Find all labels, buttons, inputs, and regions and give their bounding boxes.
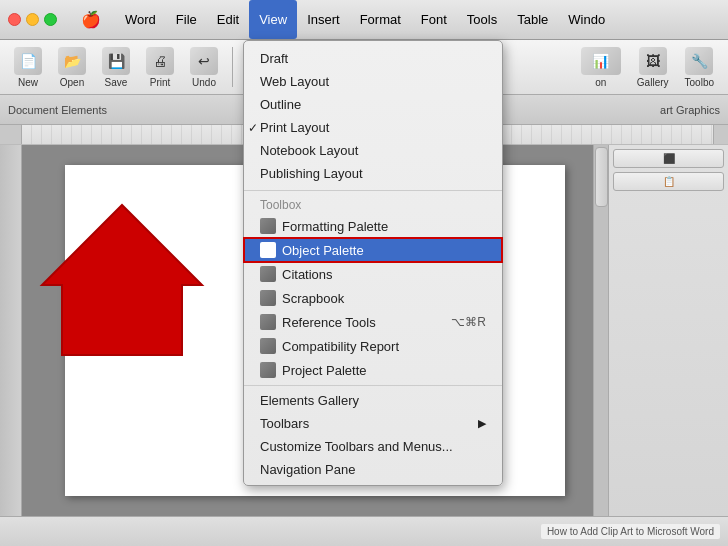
menu-publishing-layout[interactable]: Publishing Layout — [244, 162, 502, 185]
publishing-layout-label: Publishing Layout — [260, 166, 363, 181]
separator-1 — [244, 190, 502, 191]
menu-reference-tools[interactable]: Reference Tools ⌥⌘R — [244, 310, 502, 334]
compatibility-report-icon — [260, 338, 276, 354]
menu-web-layout[interactable]: Web Layout — [244, 70, 502, 93]
menu-bar: 🍎 Word File Edit View Insert Format Font… — [67, 0, 615, 39]
toolbars-arrow: ▶ — [478, 417, 486, 430]
menu-object-palette[interactable]: Object Palette — [244, 238, 502, 262]
panel-btn-2[interactable]: 📋 — [613, 172, 724, 191]
reference-tools-label: Reference Tools — [282, 315, 376, 330]
print-label: Print — [150, 77, 171, 88]
undo-button[interactable]: ↩ Undo — [184, 45, 224, 90]
menu-edit[interactable]: Edit — [207, 0, 249, 39]
svg-marker-0 — [42, 205, 202, 355]
menu-file[interactable]: File — [166, 0, 207, 39]
project-palette-label: Project Palette — [282, 363, 367, 378]
project-palette-icon — [260, 362, 276, 378]
save-icon: 💾 — [102, 47, 130, 75]
scrapbook-icon — [260, 290, 276, 306]
save-label: Save — [105, 77, 128, 88]
menu-draft[interactable]: Draft — [244, 47, 502, 70]
art-graphics-label: art Graphics — [660, 104, 720, 116]
new-icon: 📄 — [14, 47, 42, 75]
wiki-label: How to Add Clip Art to Microsoft Word — [541, 524, 720, 539]
on-icon: 📊 — [581, 47, 621, 75]
view-layout-section: Draft Web Layout Outline ✓ Print Layout … — [244, 45, 502, 187]
maximize-button[interactable] — [44, 13, 57, 26]
object-palette-icon — [260, 242, 276, 258]
right-panel: ⬛ 📋 — [608, 145, 728, 516]
citations-icon — [260, 266, 276, 282]
menu-word[interactable]: Word — [115, 0, 166, 39]
menu-navigation-pane[interactable]: Navigation Pane — [244, 458, 502, 481]
bottom-bar: How to Add Clip Art to Microsoft Word — [0, 516, 728, 546]
toolbox-icon: 🔧 — [685, 47, 713, 75]
separator-2 — [244, 385, 502, 386]
menu-citations[interactable]: Citations — [244, 262, 502, 286]
menu-tools[interactable]: Tools — [457, 0, 507, 39]
new-label: New — [18, 77, 38, 88]
toolbars-label: Toolbars — [260, 416, 309, 431]
menu-table[interactable]: Table — [507, 0, 558, 39]
save-button[interactable]: 💾 Save — [96, 45, 136, 90]
reference-tools-icon — [260, 314, 276, 330]
menu-notebook-layout[interactable]: Notebook Layout — [244, 139, 502, 162]
on-label: on — [595, 77, 606, 88]
menu-insert[interactable]: Insert — [297, 0, 350, 39]
draft-label: Draft — [260, 51, 288, 66]
gallery-label: Gallery — [637, 77, 669, 88]
scrapbook-label: Scrapbook — [282, 291, 344, 306]
menu-scrapbook[interactable]: Scrapbook — [244, 286, 502, 310]
checkmark-icon: ✓ — [248, 121, 258, 135]
menu-toolbars[interactable]: Toolbars ▶ — [244, 412, 502, 435]
gallery-icon: 🖼 — [639, 47, 667, 75]
panel-btn-1[interactable]: ⬛ — [613, 149, 724, 168]
reference-tools-shortcut: ⌥⌘R — [451, 315, 486, 329]
object-palette-label: Object Palette — [282, 243, 364, 258]
print-button[interactable]: 🖨 Print — [140, 45, 180, 90]
menu-formatting-palette[interactable]: Formatting Palette — [244, 214, 502, 238]
menu-compatibility-report[interactable]: Compatibility Report — [244, 334, 502, 358]
menu-project-palette[interactable]: Project Palette — [244, 358, 502, 382]
minimize-button[interactable] — [26, 13, 39, 26]
web-layout-label: Web Layout — [260, 74, 329, 89]
close-button[interactable] — [8, 13, 21, 26]
sidebar — [0, 145, 22, 516]
menu-elements-gallery[interactable]: Elements Gallery — [244, 389, 502, 412]
toolbox-label: Toolbo — [685, 77, 714, 88]
print-layout-label: Print Layout — [260, 120, 329, 135]
undo-icon: ↩ — [190, 47, 218, 75]
formatting-palette-label: Formatting Palette — [282, 219, 388, 234]
on-button[interactable]: 📊 on — [575, 45, 627, 90]
toolbox-section-label: Toolbox — [244, 194, 502, 214]
notebook-layout-label: Notebook Layout — [260, 143, 358, 158]
compatibility-report-label: Compatibility Report — [282, 339, 399, 354]
view-dropdown-menu: Draft Web Layout Outline ✓ Print Layout … — [243, 40, 503, 486]
menu-customize-toolbars[interactable]: Customize Toolbars and Menus... — [244, 435, 502, 458]
menu-window[interactable]: Windo — [558, 0, 615, 39]
new-button[interactable]: 📄 New — [8, 45, 48, 90]
menu-print-layout[interactable]: ✓ Print Layout — [244, 116, 502, 139]
open-icon: 📂 — [58, 47, 86, 75]
menu-view[interactable]: View — [249, 0, 297, 39]
navigation-pane-label: Navigation Pane — [260, 462, 355, 477]
gallery-button[interactable]: 🖼 Gallery — [631, 45, 675, 90]
elements-label: Document Elements — [8, 104, 107, 116]
customize-toolbars-label: Customize Toolbars and Menus... — [260, 439, 453, 454]
traffic-lights — [8, 13, 57, 26]
toolbox-button[interactable]: 🔧 Toolbo — [679, 45, 720, 90]
menu-font[interactable]: Font — [411, 0, 457, 39]
apple-menu[interactable]: 🍎 — [71, 0, 111, 39]
citations-label: Citations — [282, 267, 333, 282]
outline-label: Outline — [260, 97, 301, 112]
undo-label: Undo — [192, 77, 216, 88]
formatting-palette-icon — [260, 218, 276, 234]
open-button[interactable]: 📂 Open — [52, 45, 92, 90]
title-bar: 🍎 Word File Edit View Insert Format Font… — [0, 0, 728, 40]
menu-format[interactable]: Format — [350, 0, 411, 39]
menu-outline[interactable]: Outline — [244, 93, 502, 116]
scrollbar-thumb[interactable] — [595, 147, 608, 207]
print-icon: 🖨 — [146, 47, 174, 75]
open-label: Open — [60, 77, 84, 88]
vertical-scrollbar[interactable] — [593, 145, 608, 516]
